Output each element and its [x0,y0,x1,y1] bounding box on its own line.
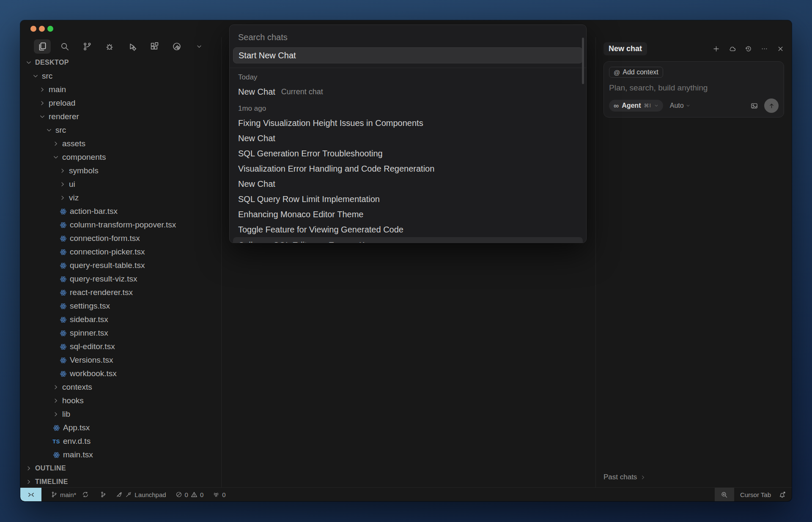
tree-item-label: sidebar.tsx [70,315,108,324]
close-icon[interactable] [777,45,784,52]
send-button[interactable] [764,98,779,113]
chat-item-label: New Chat [238,87,275,97]
activity-search-button[interactable] [56,39,73,54]
tree-item-label: contexts [62,383,92,392]
problems-status[interactable]: 0 0 [176,491,204,498]
chat-history-item[interactable]: SQL Generation Error Troubleshooting [230,146,586,161]
tree-file-query-result-table-tsx[interactable]: query-result-table.tsx [20,259,221,272]
delete-chat-button[interactable] [571,242,578,243]
tree-folder-preload[interactable]: preload [20,96,221,110]
chat-tab[interactable]: New chat [604,42,647,55]
explorer-section-outline[interactable]: OUTLINE [20,462,221,475]
tree-folder-viz[interactable]: viz [20,191,221,205]
tree-file-spinner-tsx[interactable]: spinner.tsx [20,326,221,340]
agents-count: 0 [222,491,225,498]
activity-extensions-button[interactable] [146,39,163,54]
tree-folder-src[interactable]: src [20,69,221,83]
tree-file-action-bar-tsx[interactable]: action-bar.tsx [20,205,221,218]
tree-folder-renderer[interactable]: renderer [20,110,221,123]
search-chats-input[interactable]: Search chats [230,25,586,46]
tree-file-connection-picker-tsx[interactable]: connection-picker.tsx [20,245,221,259]
more-icon[interactable] [761,45,768,52]
chat-history-item[interactable]: New ChatCurrent chat [230,84,586,99]
tree-file-settings-tsx[interactable]: settings.tsx [20,299,221,313]
tree-item-label: src [42,71,52,81]
chat-history-item[interactable]: Collapse SQL Editor on Escape Key [233,237,583,243]
tree-folder-assets[interactable]: assets [20,137,221,150]
agent-mode-selector[interactable]: ∞ Agent ⌘I [609,100,663,112]
tree-file-react-renderer-tsx[interactable]: react-renderer.tsx [20,286,221,299]
chevron-right-icon [59,181,66,188]
traffic-light-zoom-button[interactable] [47,26,53,32]
tree-folder-lib[interactable]: lib [20,407,221,421]
tree-item-label: connection-form.tsx [70,234,140,243]
plus-icon[interactable] [713,45,720,52]
start-new-chat-item[interactable]: Start New Chat [233,47,583,63]
tree-file-env-d-ts[interactable]: TSenv.d.ts [20,435,221,448]
explorer-section-desktop[interactable]: DESKTOP [20,56,221,69]
past-chats-link[interactable]: Past chats [604,473,646,481]
tree-file-main-tsx[interactable]: main.tsx [20,448,221,462]
sync-icon[interactable] [82,491,89,498]
chat-history-item[interactable]: Enhancing Monaco Editor Theme [230,207,586,222]
chat-history-item[interactable]: Visualization Error Handling and Code Re… [230,161,586,176]
history-icon[interactable] [745,45,752,52]
git-graph-icon[interactable] [100,491,107,498]
tree-item-label: column-transform-popover.tsx [70,220,176,230]
cloud-icon[interactable] [729,45,736,52]
chat-history-item[interactable]: New Chat [230,131,586,146]
tree-item-label: react-renderer.tsx [70,288,133,297]
chevron-right-icon [640,475,646,480]
tree-folder-ui[interactable]: ui [20,178,221,191]
react-file-icon [52,424,60,432]
tree-file-sidebar-tsx[interactable]: sidebar.tsx [20,313,221,326]
activity-run-button[interactable] [123,39,140,54]
tree-file-app-tsx[interactable]: App.tsx [20,421,221,435]
chat-list-section-label: Today [230,68,586,84]
cursor-tab-status[interactable]: Cursor Tab [740,491,771,498]
chat-history-item[interactable]: Fixing Visualization Height Issues in Co… [230,115,586,131]
tree-item-label: components [62,153,106,162]
attach-image-button[interactable] [750,102,758,110]
tree-file-connection-form-tsx[interactable]: connection-form.tsx [20,232,221,245]
chat-history-item[interactable]: New Chat [230,176,586,191]
traffic-light-close-button[interactable] [30,26,36,32]
notifications-bell[interactable] [779,491,786,498]
tree-folder-hooks[interactable]: hooks [20,394,221,407]
activity-source-control-button[interactable] [79,39,96,54]
activity-files-button[interactable] [34,39,51,54]
tree-file-sql-editor-tsx[interactable]: sql-editor.tsx [20,340,221,353]
traffic-light-minimize-button[interactable] [39,26,45,32]
background-agents-status[interactable]: 0 [213,491,225,498]
explorer-section-timeline[interactable]: TIMELINE [20,475,221,487]
tree-file-column-transform-popover-tsx[interactable]: column-transform-popover.tsx [20,218,221,232]
activity-chevron-down-button[interactable] [191,39,208,54]
chat-composer[interactable]: @ Add context Plan, search, build anythi… [604,61,784,118]
add-context-button[interactable]: @ Add context [609,67,663,78]
tree-file-workbook-tsx[interactable]: workbook.tsx [20,367,221,380]
tree-file-versions-tsx[interactable]: Versions.tsx [20,353,221,367]
tree-folder-main[interactable]: main [20,83,221,96]
chat-list: Start New ChatTodayNew ChatCurrent chat1… [230,47,586,243]
chat-history-item[interactable]: Toggle Feature for Viewing Generated Cod… [230,222,586,237]
tree-folder-src[interactable]: src [20,123,221,137]
activity-gauge-button[interactable] [168,39,185,54]
tree-folder-symbols[interactable]: symbols [20,164,221,178]
remote-indicator-button[interactable] [20,488,41,501]
desktop-background: DESKTOPsrcmainpreloadrenderersrcassetsco… [0,0,812,522]
edit-chat-button[interactable] [557,242,563,243]
git-branch-status[interactable]: main* [51,491,76,498]
launchpad-status[interactable]: Launchpad [116,491,166,498]
composer-placeholder: Plan, search, build anything [609,83,779,93]
composer-toolbar: ∞ Agent ⌘I Auto [609,98,779,113]
tree-folder-components[interactable]: components [20,150,221,164]
chevron-right-icon [25,478,32,485]
model-selector[interactable]: Auto [670,102,690,109]
tree-folder-contexts[interactable]: contexts [20,380,221,394]
tree-file-query-result-viz-tsx[interactable]: query-result-viz.tsx [20,272,221,286]
activity-debug-button[interactable] [101,39,118,54]
react-file-icon [59,316,67,323]
modal-scrollbar[interactable] [582,38,584,84]
chat-history-item[interactable]: SQL Query Row Limit Implementation [230,191,586,207]
zoom-button[interactable] [715,488,734,501]
